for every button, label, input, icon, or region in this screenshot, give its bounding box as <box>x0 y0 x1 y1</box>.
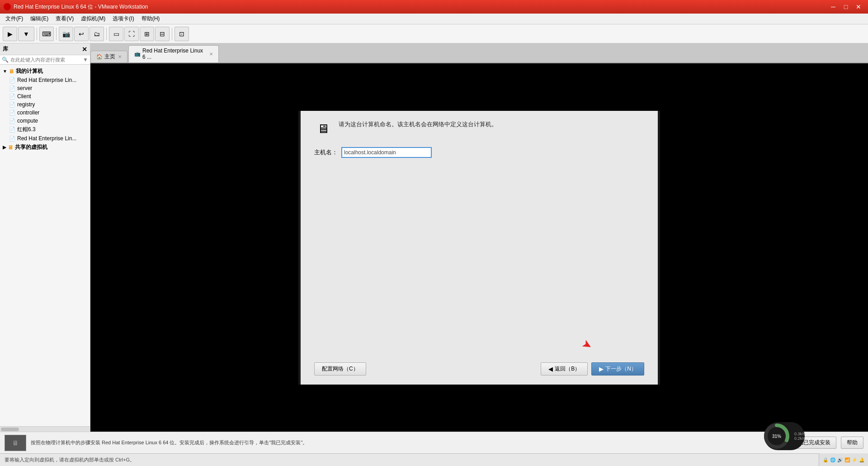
sidebar-item-compute[interactable]: 📄 compute <box>0 117 90 125</box>
sidebar-item-registry[interactable]: 📄 registry <box>0 100 90 109</box>
status-bar: 🖥 按照在物理计算机中的步骤安装 Red Hat Enterprise Linu… <box>0 432 868 453</box>
net-speeds: 0.3k/s 0.2k/s <box>794 432 805 441</box>
vm-thumbnail: 🖥 <box>5 435 26 451</box>
toolbar: ▶ ▼ ⌨ 📷 ↩ 🗂 ▭ ⛶ ⊞ ⊟ ⊡ <box>0 24 868 43</box>
maximize-button[interactable]: □ <box>840 2 852 12</box>
sidebar-item-client[interactable]: 📄 Client <box>0 92 90 100</box>
sidebar-item-server[interactable]: 📄 server <box>0 84 90 92</box>
minimize-button[interactable]: ─ <box>827 2 839 12</box>
dialog-header: 🖥 请为这台计算机命名。该主机名会在网络中定义这台计算机。 <box>314 120 644 138</box>
vm-thumb-icon: 🖥 <box>5 435 26 451</box>
tray-icon-4: 📶 <box>844 457 850 462</box>
net-download: 0.2k/s <box>794 436 805 441</box>
tray-icon-6: 🔔 <box>859 457 864 462</box>
net-circle: 31% <box>764 423 790 449</box>
dialog-footer-right: ◀ 返回（B） ▶ 下一步（N） <box>541 362 644 376</box>
toolbar-btn-1[interactable]: ▶ <box>3 27 17 41</box>
status-description: 按照在物理计算机中的步骤安装 Red Hat Enterprise Linux … <box>31 439 788 446</box>
vm-icon: 📄 <box>9 77 15 83</box>
scrollbar-thumb <box>1 428 19 431</box>
info-text: 要将输入定向到虚拟机，请在虚拟机内部单击或按 Ctrl+G。 <box>5 456 135 463</box>
app-icon <box>4 3 11 10</box>
toolbar-btn-send-ctrl[interactable]: ⌨ <box>39 27 54 41</box>
tray-icon-3: 🔊 <box>837 457 843 462</box>
sidebar-header: 库 ✕ <box>0 43 90 55</box>
hostname-input[interactable] <box>341 147 432 158</box>
close-button[interactable]: ✕ <box>853 2 864 12</box>
toolbar-btn-view-normal[interactable]: ▭ <box>109 27 123 41</box>
next-button[interactable]: ▶ 下一步（N） <box>591 362 644 376</box>
vm-icon: 📄 <box>9 110 15 116</box>
tab-vm[interactable]: 📺 Red Hat Enterprise Linux 6 ... ✕ <box>128 45 219 62</box>
toolbar-btn-snapshot-mgr[interactable]: 🗂 <box>90 27 104 41</box>
vm-icon: 📄 <box>9 118 15 124</box>
toolbar-dropdown-1[interactable]: ▼ <box>18 27 34 41</box>
menu-bar: 文件(F) 编辑(E) 查看(V) 虚拟机(M) 选项卡(I) 帮助(H) <box>0 14 868 24</box>
next-icon: ▶ <box>599 366 604 372</box>
tab-home[interactable]: 🏠 主页 ✕ <box>90 51 127 62</box>
configure-network-button[interactable]: 配置网络（C） <box>314 362 366 376</box>
network-btn-label: 配置网络（C） <box>322 365 359 373</box>
sidebar-search-bar: 🔍 ▼ <box>0 55 90 65</box>
tray-icon-2: 🌐 <box>830 457 835 462</box>
sidebar-tree: ▼ 🖥 我的计算机 📄 Red Hat Enterprise Lin... 📄 … <box>0 65 90 426</box>
dialog-description: 请为这台计算机命名。该主机名会在网络中定义这台计算机。 <box>339 120 497 129</box>
dialog-icon: 🖥 <box>314 120 332 138</box>
menu-tabs[interactable]: 选项卡(I) <box>109 14 137 24</box>
hostname-label: 主机名： <box>314 148 338 157</box>
expand-arrow-icon: ▼ <box>3 69 7 74</box>
tab-vm-close[interactable]: ✕ <box>209 52 213 57</box>
sidebar-title: 库 <box>3 45 8 53</box>
search-dropdown-icon[interactable]: ▼ <box>83 57 88 63</box>
back-btn-label: 返回（B） <box>555 365 580 373</box>
toolbar-btn-view-fullscreen[interactable]: ⛶ <box>124 27 139 41</box>
menu-file[interactable]: 文件(F) <box>2 14 27 24</box>
menu-edit[interactable]: 编辑(E) <box>27 14 52 24</box>
toolbar-btn-snapshot-revert[interactable]: ↩ <box>74 27 89 41</box>
toolbar-btn-usb[interactable]: ⊡ <box>175 27 189 41</box>
toolbar-sep-2 <box>56 28 57 40</box>
sidebar-item-rhel2[interactable]: 📄 Red Hat Enterprise Lin... <box>0 134 90 143</box>
sidebar-horizontal-scrollbar[interactable] <box>0 426 90 432</box>
vm-icon: 📄 <box>9 94 15 100</box>
toolbar-btn-snapshot-take[interactable]: 📷 <box>59 27 73 41</box>
toolbar-btn-view-unity[interactable]: ⊞ <box>140 27 154 41</box>
toolbar-sep-1 <box>37 28 37 40</box>
menu-help[interactable]: 帮助(H) <box>138 14 164 24</box>
toolbar-sep-3 <box>106 28 107 40</box>
menu-vm[interactable]: 虚拟机(M) <box>77 14 109 24</box>
next-btn-label: 下一步（N） <box>605 365 637 373</box>
expand-arrow-icon: ▶ <box>3 145 6 150</box>
toolbar-btn-view-other[interactable]: ⊟ <box>155 27 170 41</box>
toolbar-sep-4 <box>172 28 172 40</box>
sidebar-group-shared[interactable]: ▶ 🖥 共享的虚拟机 <box>0 143 90 152</box>
sidebar: 库 ✕ 🔍 ▼ ▼ 🖥 我的计算机 📄 Red Hat Enterprise L… <box>0 43 90 432</box>
sidebar-item-redhat63[interactable]: 📄 红帽6.3 <box>0 125 90 134</box>
dialog-footer-left: 配置网络（C） <box>314 362 366 376</box>
shared-icon: 🖥 <box>8 144 13 151</box>
net-upload: 0.3k/s <box>794 432 805 436</box>
tab-home-close[interactable]: ✕ <box>118 54 122 59</box>
tab-bar: 🏠 主页 ✕ 📺 Red Hat Enterprise Linux 6 ... … <box>90 43 868 63</box>
tray-icon-1: 🔒 <box>823 457 828 462</box>
sidebar-close-button[interactable]: ✕ <box>82 46 87 53</box>
system-tray: 🔒 🌐 🔊 📶 ⚡ 🔔 <box>819 453 868 466</box>
vm-viewport[interactable]: 🖥 请为这台计算机命名。该主机名会在网络中定义这台计算机。 主机名： <box>90 63 868 432</box>
help-button[interactable]: 帮助 <box>841 437 863 449</box>
vm-icon: 📄 <box>9 127 15 133</box>
sidebar-group-mycomputer[interactable]: ▼ 🖥 我的计算机 <box>0 67 90 76</box>
home-icon: 🏠 <box>96 54 103 60</box>
content-area: 🏠 主页 ✕ 📺 Red Hat Enterprise Linux 6 ... … <box>90 43 868 432</box>
search-input[interactable] <box>10 57 83 62</box>
menu-view[interactable]: 查看(V) <box>52 14 77 24</box>
vm-icon: 📄 <box>9 136 15 142</box>
tray-icon-5: ⚡ <box>852 457 857 462</box>
vm-icon: 📄 <box>9 102 15 108</box>
back-button[interactable]: ◀ 返回（B） <box>541 362 588 376</box>
info-bar: 要将输入定向到虚拟机，请在虚拟机内部单击或按 Ctrl+G。 <box>0 453 868 466</box>
sidebar-item-rhel1[interactable]: 📄 Red Hat Enterprise Lin... <box>0 76 90 84</box>
sidebar-item-controller[interactable]: 📄 controller <box>0 109 90 117</box>
search-icon: 🔍 <box>2 57 9 63</box>
computer-icon: 🖥 <box>9 68 14 75</box>
vm-tab-icon: 📺 <box>134 51 141 57</box>
